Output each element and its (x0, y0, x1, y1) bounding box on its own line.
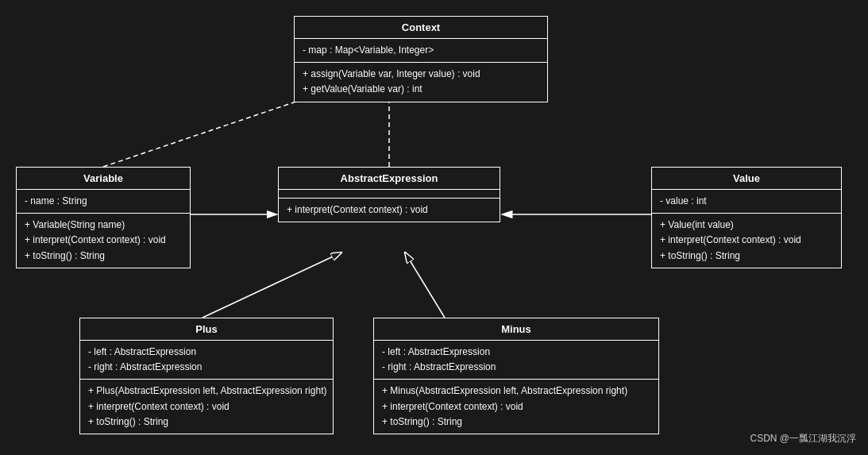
variable-section2: + Variable(String name) + interpret(Cont… (17, 214, 190, 268)
minus-section1: - left : AbstractExpression - right : Ab… (374, 341, 658, 380)
context-section2: + assign(Variable var, Integer value) : … (295, 63, 547, 101)
context-box: Context - map : Map<Variable, Integer> +… (294, 16, 548, 102)
minus-title: Minus (374, 318, 658, 341)
abstract-expression-section2: + interpret(Context context) : void (279, 199, 500, 222)
svg-line-7 (203, 253, 341, 318)
svg-line-8 (405, 253, 445, 318)
context-title: Context (295, 17, 547, 39)
watermark: CSDN @一瓢江湖我沉浮 (750, 432, 856, 445)
value-section1: - value : int (652, 190, 841, 214)
value-title: Value (652, 168, 841, 190)
abstract-expression-title: AbstractExpression (279, 168, 500, 190)
plus-section2: + Plus(AbstractExpression left, Abstract… (80, 380, 333, 434)
variable-section1: - name : String (17, 190, 190, 214)
plus-section1: - left : AbstractExpression - right : Ab… (80, 341, 333, 380)
variable-title: Variable (17, 168, 190, 190)
context-section1: - map : Map<Variable, Integer> (295, 39, 547, 63)
value-section2: + Value(int value) + interpret(Context c… (652, 214, 841, 268)
abstract-expression-box: AbstractExpression + interpret(Context c… (278, 167, 500, 222)
diagram-container: Context - map : Map<Variable, Integer> +… (0, 0, 868, 455)
minus-section2: + Minus(AbstractExpression left, Abstrac… (374, 380, 658, 434)
abstract-expression-section1 (279, 190, 500, 199)
variable-box: Variable - name : String + Variable(Stri… (16, 167, 191, 268)
plus-title: Plus (80, 318, 333, 341)
plus-box: Plus - left : AbstractExpression - right… (79, 318, 334, 434)
value-box: Value - value : int + Value(int value) +… (651, 167, 842, 268)
minus-box: Minus - left : AbstractExpression - righ… (373, 318, 659, 434)
